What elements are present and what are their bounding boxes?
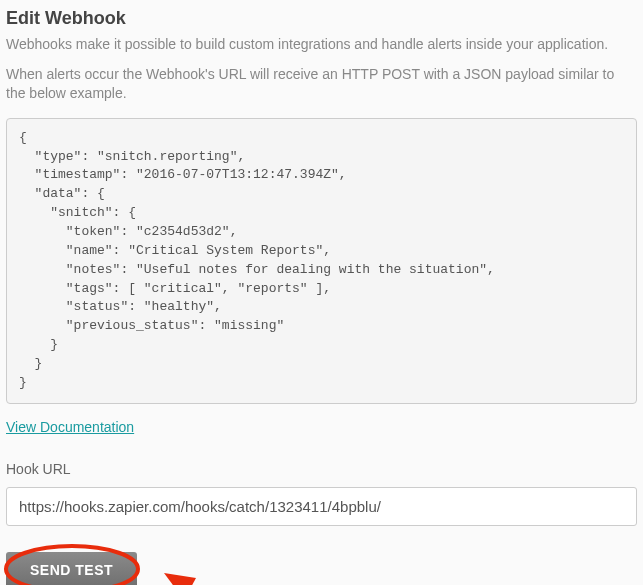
payload-example: { "type": "snitch.reporting", "timestamp… [6,118,637,404]
hook-url-input[interactable] [6,487,637,526]
svg-marker-2 [164,573,196,585]
svg-line-1 [176,580,276,585]
send-test-button[interactable]: SEND TEST [6,552,137,585]
page-title: Edit Webhook [6,8,637,29]
annotation-arrow-icon [146,568,296,585]
page-description: When alerts occur the Webhook's URL will… [6,65,637,104]
view-documentation-link[interactable]: View Documentation [6,419,134,435]
page-subtitle: Webhooks make it possible to build custo… [6,35,637,55]
hook-url-label: Hook URL [6,461,637,477]
